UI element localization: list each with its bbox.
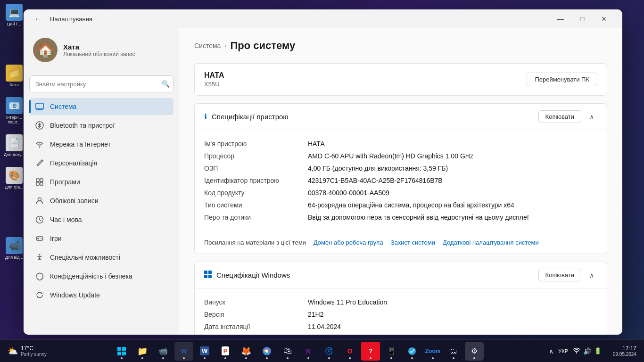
sidebar-item-privacy[interactable]: Конфіденційність і безпека [29,268,173,285]
close-button[interactable]: ✕ [593,9,615,28]
zoom-button[interactable]: Zoom [423,342,442,361]
back-button[interactable]: ← [31,12,44,25]
svg-point-29 [576,352,577,353]
updates-icon [35,290,44,300]
edge-button[interactable] [320,342,339,361]
chevron-up-icon: ∧ [589,272,594,279]
svg-rect-17 [204,271,207,274]
desktop-icon-label: Цей Г... [7,22,21,27]
system-tray[interactable]: ∧ УКР 🔊 🔋 [545,345,605,357]
sidebar-item-label-updates: Windows Update [50,291,100,299]
chevron-icon: ∧ [549,347,553,355]
svg-point-16 [39,254,41,255]
spec-label: Ідентифікатор пристрою [204,177,308,184]
onenote-button[interactable]: N [299,342,318,361]
spec-label: Процесор [204,152,308,160]
rename-pc-button[interactable]: Перейменувати ПК [527,73,597,86]
sidebar-item-gaming[interactable]: Ігри [29,230,173,247]
svg-point-4 [39,147,40,148]
device-specs-collapse-button[interactable]: ∧ [586,111,597,123]
sidebar-item-accounts[interactable]: Облікові записи [29,192,173,209]
windows-specs-header[interactable]: Специфікації Windows Копіювати ∧ [195,262,607,288]
word-button-2[interactable]: W [195,342,214,361]
svg-rect-22 [122,347,126,351]
minimize-button[interactable]: — [550,9,571,28]
search-icon-button[interactable]: 🔍 [162,80,170,88]
file-explorer-button[interactable]: 📁 [133,342,152,361]
viber-button[interactable]: 📱 [382,342,401,361]
advanced-settings-link[interactable]: Додаткові налаштування системи [443,239,539,246]
teams-button[interactable]: 📹 [154,342,173,361]
word-button-1[interactable]: W [174,342,193,361]
domain-link[interactable]: Домен або робоча група [314,239,383,246]
telegram-button[interactable] [403,342,421,361]
sidebar-item-label-network: Мережа та Інтернет [50,140,111,148]
maximize-button[interactable]: □ [571,9,593,28]
apps-icon [35,177,44,187]
search-input[interactable] [29,75,173,92]
sidebar-item-updates[interactable]: Windows Update [29,287,173,304]
user-name: Хата [63,43,135,51]
pc-name: НАТА [204,71,224,80]
sidebar-item-time[interactable]: Час і мова [29,211,173,228]
desktop-icon-img: 📹 [6,237,23,254]
device-specs-body: Ім'я пристрою НАТА Процесор AMD C-60 APU… [195,130,607,233]
spec-row-install-date: Дата інсталяції 11.04.2024 [204,321,597,333]
specs-header-right: Копіювати ∧ [538,110,597,123]
taskbar-datetime[interactable]: 17:17 09.05.2024 [607,343,640,359]
sidebar-item-network[interactable]: Мережа та Інтернет [29,136,173,153]
avatar: 🏠 [33,38,58,62]
sidebar-item-system[interactable]: Система [29,98,173,115]
powerpoint-button[interactable]: P [216,342,235,361]
chrome-button[interactable] [257,342,276,361]
svg-rect-24 [122,352,126,355]
spec-label: Тип системи [204,201,308,209]
desktop-icon-label: Хата [9,82,19,88]
battery-icon: 🔋 [594,347,602,354]
spec-label: Код продукту [204,189,308,197]
personalization-icon [35,158,44,168]
sidebar-item-personalization[interactable]: Персоналізація [29,155,173,172]
svg-rect-0 [36,103,43,109]
user-profile[interactable]: 🏠 Хата Локальний обліковий запис [29,32,173,68]
firefox-button[interactable]: 🦊 [237,342,256,361]
taskbar-weather[interactable]: ⛅ 17°C Partly sunny [4,343,51,359]
spec-value: 00378-40000-00001-AA509 [308,189,597,197]
device-specs-title: Специфікації пристрою [212,113,289,121]
sidebar-item-accessibility[interactable]: Спеціальні можливості [29,249,173,266]
help-button[interactable]: ? [361,342,380,361]
main-content: Система › Про систему НАТА X55U Переймен… [179,28,622,335]
breadcrumb-current: Про систему [230,40,295,52]
time-icon [35,215,44,224]
sidebar-item-label-bluetooth: Bluetooth та пристрої [50,122,115,129]
windows-specs-copy-button[interactable]: Копіювати [538,269,581,281]
windows-specs-collapse-button[interactable]: ∧ [586,270,597,281]
sidebar-item-bluetooth[interactable]: Bluetooth та пристрої [29,117,173,134]
desktop-icon-label: Для від... [5,255,23,260]
breadcrumb-parent[interactable]: Система [194,42,221,49]
desktop-icon-img: 📧 [6,97,23,114]
desktop-icon-img: 📄 [6,134,23,151]
sidebar-item-label-personalization: Персоналізація [50,159,97,167]
device-specs-header[interactable]: ℹ Специфікації пристрою Копіювати ∧ [195,104,607,130]
spec-value: 11.04.2024 [308,323,597,330]
svg-rect-7 [36,182,39,185]
wifi-icon [573,347,580,355]
spec-label: ОЗП [204,165,308,172]
volume-icon: 🔊 [583,347,591,355]
sidebar-item-apps[interactable]: Програми [29,173,173,190]
files-button[interactable]: 🗂 [444,342,463,361]
windows-specs-title: Специфікації Windows [216,271,290,279]
settings-taskbar-button[interactable]: ⚙ [465,342,484,361]
protection-link[interactable]: Захист системи [391,239,435,246]
opera-button[interactable]: O [340,342,359,361]
device-specs-copy-button[interactable]: Копіювати [538,110,581,123]
user-account-type: Локальний обліковий запис [63,51,135,58]
search-icon: 🔍 [162,80,170,88]
svg-rect-21 [117,347,121,351]
svg-rect-19 [204,275,207,278]
sidebar: 🏠 Хата Локальний обліковий запис 🔍 [24,28,179,335]
start-button[interactable] [112,342,131,361]
spec-value: 21H2 [308,311,597,318]
store-button[interactable]: 🛍 [278,342,297,361]
